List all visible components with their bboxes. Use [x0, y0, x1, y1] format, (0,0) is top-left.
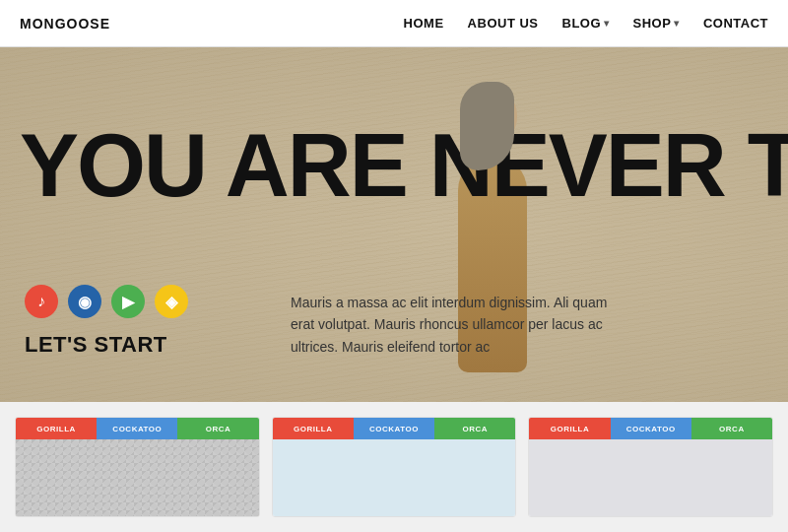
- nav-about[interactable]: ABOUT US: [468, 16, 539, 31]
- card-2-tab-cockatoo[interactable]: COCKATOO: [354, 418, 434, 439]
- card-1-tabs: GORILLA COCKATOO ORCA: [16, 418, 259, 439]
- instagram-icon[interactable]: ◉: [68, 285, 101, 318]
- card-3-tabs: GORILLA COCKATOO ORCA: [529, 418, 772, 439]
- hero-section: YOU ARE NEVER T ♪ ◉ ▶ ◈ LET'S START Maur…: [0, 47, 788, 402]
- nav-contact[interactable]: CONTACT: [703, 16, 768, 31]
- card-2-image: [273, 439, 516, 516]
- card-1-tab-orca[interactable]: ORCA: [177, 418, 258, 439]
- card-1: GORILLA COCKATOO ORCA: [15, 417, 260, 517]
- card-3: GORILLA COCKATOO ORCA: [528, 417, 773, 517]
- card-3-tab-cockatoo[interactable]: COCKATOO: [611, 418, 691, 439]
- cards-section: GORILLA COCKATOO ORCA GORILLA COCKATOO O…: [0, 402, 788, 532]
- figure-hair: [460, 82, 514, 170]
- twitch-icon[interactable]: ◈: [155, 285, 188, 318]
- chevron-down-icon: ▾: [604, 18, 610, 29]
- card-2-tabs: GORILLA COCKATOO ORCA: [273, 418, 516, 439]
- header: MONGOOSE HOME ABOUT US BLOG ▾ SHOP ▾ CON…: [0, 0, 788, 47]
- cta-label[interactable]: LET'S START: [25, 332, 167, 358]
- hero-description: Mauris a massa ac elit interdum dignissi…: [291, 292, 625, 358]
- card-1-tab-gorilla[interactable]: GORILLA: [16, 418, 97, 439]
- card-3-tab-gorilla[interactable]: GORILLA: [529, 418, 610, 439]
- youtube-icon[interactable]: ▶: [111, 285, 145, 318]
- hero-title: YOU ARE NEVER T: [0, 121, 788, 210]
- card-3-image: [529, 439, 772, 516]
- main-nav: HOME ABOUT US BLOG ▾ SHOP ▾ CONTACT: [404, 16, 768, 31]
- equipment-pattern: [16, 439, 259, 516]
- card-2: GORILLA COCKATOO ORCA: [272, 417, 517, 517]
- card-3-tab-orca[interactable]: ORCA: [691, 418, 772, 439]
- nav-shop[interactable]: SHOP ▾: [633, 16, 680, 31]
- nav-blog[interactable]: BLOG ▾: [562, 16, 610, 31]
- nav-home[interactable]: HOME: [404, 16, 444, 31]
- card-2-tab-gorilla[interactable]: GORILLA: [273, 418, 354, 439]
- card-2-tab-orca[interactable]: ORCA: [434, 418, 515, 439]
- social-icons-group: ♪ ◉ ▶ ◈: [25, 285, 188, 318]
- card-1-tab-cockatoo[interactable]: COCKATOO: [97, 418, 177, 439]
- logo: MONGOOSE: [20, 16, 110, 32]
- tiktok-icon[interactable]: ♪: [25, 285, 58, 318]
- chevron-down-icon: ▾: [674, 18, 680, 29]
- card-1-image: [16, 439, 259, 516]
